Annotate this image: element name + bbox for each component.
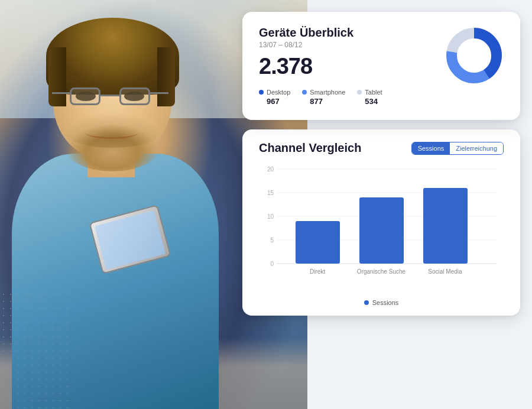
legend-item-smartphone: Smartphone 877 xyxy=(302,89,345,106)
svg-text:Direkt: Direkt xyxy=(310,268,325,275)
chart-legend: Sessions xyxy=(259,299,504,306)
cards-container: Geräte Überblick 13/07 – 08/12 2.378 Des… xyxy=(242,12,520,316)
desktop-label: Desktop xyxy=(267,89,290,96)
legend-item-desktop: Desktop 967 xyxy=(259,89,290,106)
legend-item-tablet: Tablet 534 xyxy=(357,89,382,106)
channel-comparison-card: Channel Vergleich Sessions Zielerreichun… xyxy=(242,129,520,316)
bar-social-media xyxy=(423,188,468,264)
device-card-title: Geräte Überblick xyxy=(259,26,433,40)
bar-organische-suche xyxy=(359,197,404,264)
svg-text:20: 20 xyxy=(267,166,274,173)
dot-pattern xyxy=(0,291,71,409)
channel-card-title: Channel Vergleich xyxy=(259,141,361,155)
smartphone-label: Smartphone xyxy=(310,89,345,96)
donut-chart xyxy=(445,26,504,85)
sessions-toggle[interactable]: Sessions xyxy=(412,142,450,154)
device-card-total: 2.378 xyxy=(259,54,433,79)
sessions-legend-label: Sessions xyxy=(372,299,399,306)
svg-text:Social Media: Social Media xyxy=(428,268,462,275)
desktop-value: 967 xyxy=(267,97,280,106)
svg-text:10: 10 xyxy=(267,213,274,220)
tablet-value: 534 xyxy=(365,97,378,106)
sessions-legend-dot xyxy=(364,300,369,305)
toggle-buttons: Sessions Zielerreichung xyxy=(411,142,504,155)
desktop-dot xyxy=(259,90,264,95)
svg-text:0: 0 xyxy=(270,261,274,267)
svg-text:Organische Suche: Organische Suche xyxy=(357,268,406,275)
device-legend: Desktop 967 Smartphone 877 xyxy=(259,89,433,106)
svg-text:5: 5 xyxy=(270,237,274,244)
tablet-label: Tablet xyxy=(365,89,382,96)
bar-chart-svg: 20 15 10 5 0 Direkt Organische Suche xyxy=(259,164,504,283)
svg-point-3 xyxy=(458,39,491,72)
svg-text:15: 15 xyxy=(267,190,274,196)
smartphone-dot xyxy=(302,90,307,95)
device-overview-card: Geräte Überblick 13/07 – 08/12 2.378 Des… xyxy=(242,12,520,120)
device-card-date: 13/07 – 08/12 xyxy=(259,41,433,49)
channel-header: Channel Vergleich Sessions Zielerreichun… xyxy=(259,141,504,155)
zielerreichung-toggle[interactable]: Zielerreichung xyxy=(450,142,503,154)
tablet-dot xyxy=(357,90,362,95)
bar-direkt xyxy=(296,221,340,264)
smartphone-value: 877 xyxy=(310,97,323,106)
bar-chart: 20 15 10 5 0 Direkt Organische Suche xyxy=(259,164,504,294)
